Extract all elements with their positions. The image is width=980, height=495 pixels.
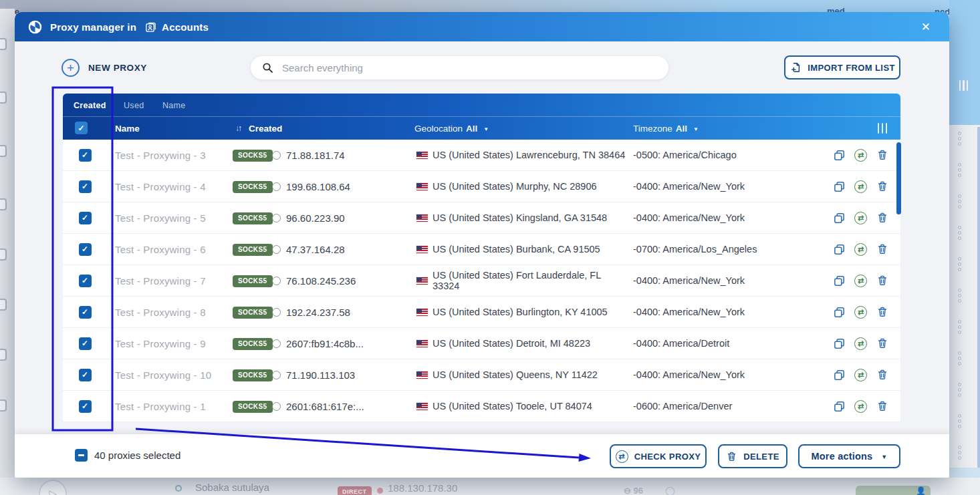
table-scrollbar[interactable] [896, 142, 901, 214]
proxy-timezone: -0400: America/Detroit [628, 338, 829, 349]
table-row[interactable]: ✓ Test - Proxywing - 7 SOCKS5 76.108.245… [63, 265, 900, 297]
row-checkbox[interactable]: ✓ [79, 149, 92, 162]
background-dots-icon [958, 446, 961, 460]
close-icon[interactable]: ✕ [916, 19, 936, 35]
check-proxy-icon[interactable]: ⇄ [854, 306, 867, 319]
background-checkbox [0, 349, 7, 361]
background-checkbox [0, 38, 7, 50]
proxy-timezone: -0400: America/New_York [628, 212, 829, 223]
copy-icon[interactable] [833, 369, 846, 381]
table-row[interactable]: ✓ Test - Proxywing - 4 SOCKS5 199.68.108… [63, 171, 900, 202]
column-settings-icon[interactable] [878, 123, 888, 134]
tab-created[interactable]: Created [74, 94, 106, 117]
check-proxy-icon[interactable]: ⇄ [854, 180, 867, 193]
table-row[interactable]: ✓ Test - Proxywing - 8 SOCKS5 192.24.237… [63, 297, 900, 328]
new-proxy-button[interactable]: + NEW PROXY [62, 56, 147, 79]
background-checkbox [0, 399, 7, 411]
trash-icon[interactable] [876, 337, 888, 350]
copy-icon[interactable] [833, 337, 846, 350]
copy-icon[interactable] [833, 243, 846, 256]
copy-icon[interactable] [833, 306, 846, 319]
profile-proxy-ip: 188.130.178.30 [388, 482, 457, 494]
tab-name[interactable]: Name [162, 94, 186, 117]
background-dots-icon [958, 414, 961, 428]
background-person-icon: 👤 [916, 486, 926, 495]
table-row[interactable]: ✓ Test - Proxywing - 3 SOCKS5 71.88.181.… [63, 140, 900, 171]
status-circle-icon [272, 245, 281, 254]
copy-icon[interactable] [833, 180, 846, 193]
column-timezone[interactable]: TimezoneAll ▼ [633, 117, 699, 140]
selection-checkbox-indeterminate[interactable] [75, 449, 88, 462]
table-row[interactable]: ✓ Test - Proxywing - 5 SOCKS5 96.60.223.… [63, 202, 900, 234]
trash-icon[interactable] [876, 149, 888, 162]
column-name[interactable]: Name [115, 117, 140, 140]
table-row[interactable]: ✓ Test - Proxywing - 1 SOCKS5 2601:681:6… [63, 391, 900, 422]
select-all-checkbox[interactable]: ✓ [75, 122, 88, 134]
check-proxy-icon[interactable]: ⇄ [854, 369, 867, 381]
proxy-ip: 47.37.164.28 [286, 244, 345, 255]
check-proxy-icon[interactable]: ⇄ [854, 212, 867, 224]
row-checkbox[interactable]: ✓ [79, 369, 92, 381]
search-input[interactable] [282, 62, 664, 73]
tab-used[interactable]: Used [124, 94, 144, 117]
trash-icon [726, 451, 737, 462]
trash-icon[interactable] [876, 306, 888, 319]
more-actions-button[interactable]: More actions ▼ [798, 444, 900, 468]
table-row[interactable]: ✓ Test - Proxywing - 10 SOCKS5 71.190.11… [63, 359, 900, 391]
check-proxy-button[interactable]: ⇄ CHECK PROXY [610, 444, 707, 468]
profile-name: Sobaka sutulaya [195, 482, 269, 493]
protocol-badge: SOCKS5 [233, 150, 273, 162]
proxy-name: Test - Proxywing - 9 [107, 338, 227, 349]
background-checkbox [0, 198, 7, 210]
check-proxy-icon[interactable]: ⇄ [854, 400, 867, 413]
proxy-geolocation: US (United States) Tooele, UT 84074 [433, 401, 592, 411]
status-circle-icon [272, 339, 281, 348]
trash-icon[interactable] [876, 369, 888, 381]
row-checkbox[interactable]: ✓ [79, 337, 92, 350]
modal-header: Proxy manager in Accounts ✕ [15, 12, 949, 41]
proxy-geolocation: US (United States) Burbank, CA 91505 [433, 244, 600, 255]
selection-count: 40 proxies selected [94, 450, 180, 461]
check-proxy-icon[interactable]: ⇄ [854, 337, 867, 350]
row-checkbox[interactable]: ✓ [79, 243, 92, 256]
proxy-ip: 192.24.237.58 [286, 307, 350, 318]
copy-icon[interactable] [833, 212, 846, 224]
copy-icon[interactable] [833, 149, 846, 162]
sort-icon: ↓↑ [235, 124, 241, 133]
trash-icon[interactable] [876, 275, 888, 287]
column-created[interactable]: ↓↑ Created [235, 117, 282, 140]
row-checkbox[interactable]: ✓ [79, 180, 92, 193]
check-proxy-icon[interactable]: ⇄ [854, 275, 867, 287]
check-proxy-icon[interactable]: ⇄ [854, 149, 867, 162]
proxy-timezone: -0400: America/New_York [628, 369, 829, 380]
trash-icon[interactable] [876, 400, 888, 413]
table-row[interactable]: ✓ Test - Proxywing - 9 SOCKS5 2607:fb91:… [63, 328, 900, 359]
search-bar[interactable] [251, 56, 668, 79]
copy-icon[interactable] [833, 275, 846, 287]
check-proxy-icon[interactable]: ⇄ [854, 243, 867, 256]
sort-tabs: Created Used Name [63, 94, 900, 117]
row-checkbox[interactable]: ✓ [79, 400, 92, 413]
search-icon [262, 62, 273, 73]
us-flag-icon [416, 340, 428, 347]
trash-icon[interactable] [876, 212, 888, 224]
delete-button[interactable]: DELETE [718, 444, 787, 468]
background-dots-icon [958, 383, 961, 397]
protocol-badge: SOCKS5 [233, 212, 273, 224]
background-dots-icon [958, 257, 961, 271]
row-checkbox[interactable]: ✓ [79, 212, 92, 224]
background-checkbox [0, 145, 7, 157]
table-row[interactable]: ✓ Test - Proxywing - 6 SOCKS5 47.37.164.… [63, 234, 900, 265]
column-geolocation[interactable]: GeolocationAll ▼ [414, 117, 489, 140]
trash-icon[interactable] [876, 243, 888, 256]
import-from-list-button[interactable]: IMPORT FROM LIST [784, 55, 900, 79]
row-checkbox[interactable]: ✓ [79, 275, 92, 287]
row-checkbox[interactable]: ✓ [79, 306, 92, 319]
copy-icon[interactable] [833, 400, 846, 413]
proxy-name: Test - Proxywing - 7 [107, 275, 227, 287]
chevron-down-icon: ▼ [483, 126, 489, 132]
proxy-timezone: -0400: America/New_York [628, 275, 829, 286]
modal-footer: 40 proxies selected ⇄ CHECK PROXY DELETE… [15, 434, 949, 478]
proxy-ip: 76.108.245.236 [286, 275, 356, 287]
trash-icon[interactable] [876, 180, 888, 193]
